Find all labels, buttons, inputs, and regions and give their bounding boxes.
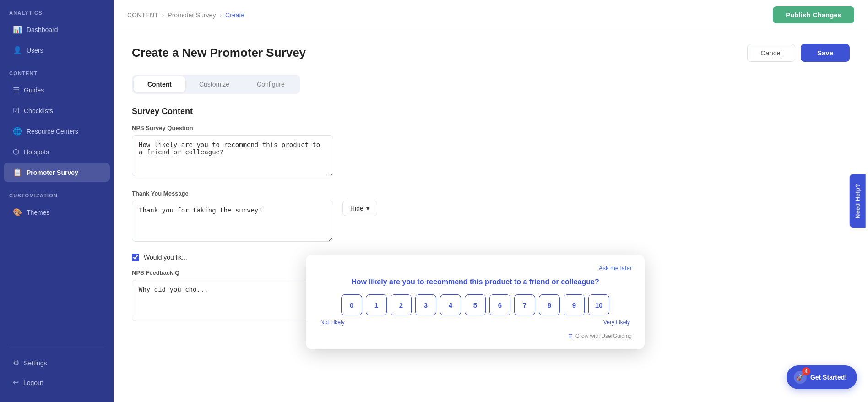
sidebar-item-label: Themes (27, 209, 50, 216)
sidebar-item-checklists[interactable]: ☑ Checklists (4, 101, 110, 120)
sidebar-item-hotspots[interactable]: ⬡ Hotspots (4, 142, 110, 161)
chevron-down-icon: ▾ (366, 205, 369, 212)
sidebar-divider (9, 348, 104, 348)
nps-question-input[interactable]: How likely are you to recommend this pro… (132, 135, 333, 176)
page-title-row: Create a New Promoter Survey Cancel Save (132, 44, 850, 62)
checklists-icon: ☑ (13, 106, 19, 115)
content-section-label: CONTENT (0, 60, 114, 80)
very-likely-label: Very Likely (603, 319, 630, 326)
nps-btn-0[interactable]: 0 (341, 294, 362, 315)
promoter-survey-icon: 📋 (13, 168, 22, 177)
nps-btn-3[interactable]: 3 (415, 294, 436, 315)
guides-icon: ☰ (13, 86, 19, 94)
sidebar: ANALYTICS 📊 Dashboard 👤 Users CONTENT ☰ … (0, 0, 114, 402)
dashboard-icon: 📊 (13, 25, 22, 34)
need-help-tab[interactable]: Need Help? (850, 174, 866, 228)
grow-with-label: Grow with UserGuiding (575, 333, 632, 339)
nps-btn-2[interactable]: 2 (391, 294, 412, 315)
nps-footer: ≡ Grow with UserGuiding (319, 332, 632, 340)
nps-labels-row: Not Likely Very Likely (319, 319, 632, 326)
nps-btn-10[interactable]: 10 (588, 294, 609, 315)
get-started-icon: 🚀 4 (794, 371, 807, 384)
publish-changes-button[interactable]: Publish Changes (773, 6, 854, 23)
nps-question-field: NPS Survey Question How likely are you t… (132, 125, 850, 178)
sidebar-item-label: Dashboard (27, 26, 58, 33)
get-started-button[interactable]: 🚀 4 Get Started! (787, 365, 857, 389)
sidebar-item-label: Users (27, 47, 43, 54)
nps-popup-question: How likely are you to recommend this pro… (319, 278, 632, 286)
hide-button[interactable]: Hide ▾ (342, 201, 377, 216)
nps-btn-4[interactable]: 4 (440, 294, 461, 315)
breadcrumb-promoter-survey: Promoter Survey (168, 11, 216, 19)
nps-btn-1[interactable]: 1 (366, 294, 387, 315)
breadcrumb-sep-1: › (162, 11, 164, 19)
tab-configure[interactable]: Configure (243, 76, 298, 92)
logout-icon: ↩ (13, 378, 19, 387)
sidebar-item-resource-centers[interactable]: 🌐 Resource Centers (4, 122, 110, 141)
page-body: Create a New Promoter Survey Cancel Save… (114, 30, 868, 402)
resource-centers-icon: 🌐 (13, 127, 22, 136)
themes-icon: 🎨 (13, 208, 22, 217)
sidebar-item-label: Checklists (24, 107, 53, 114)
analytics-section-label: ANALYTICS (0, 0, 114, 19)
header: CONTENT › Promoter Survey › Create Publi… (114, 0, 868, 30)
thank-you-message-field: Thank You Message Thank you for taking t… (132, 190, 850, 242)
sidebar-item-guides[interactable]: ☰ Guides (4, 81, 110, 99)
sidebar-item-label: Settings (24, 359, 47, 367)
thank-you-input[interactable]: Thank you for taking the survey! (132, 201, 333, 242)
thank-you-label: Thank You Message (132, 190, 850, 197)
tab-content[interactable]: Content (134, 76, 185, 92)
hotspots-icon: ⬡ (13, 147, 19, 156)
cancel-button[interactable]: Cancel (747, 44, 795, 62)
nps-btn-8[interactable]: 8 (539, 294, 560, 315)
sidebar-item-users[interactable]: 👤 Users (4, 41, 110, 60)
would-you-like-checkbox[interactable] (132, 254, 139, 261)
nps-btn-7[interactable]: 7 (514, 294, 535, 315)
breadcrumb-content: CONTENT (127, 11, 158, 19)
get-started-badge: 4 (802, 367, 810, 375)
action-buttons: Cancel Save (747, 44, 850, 62)
thank-you-row: Thank you for taking the survey! Hide ▾ (132, 201, 850, 242)
rocket-icon: 🚀 (796, 374, 804, 381)
customization-section-label: CUSTOMIZATION (0, 183, 114, 202)
breadcrumb: CONTENT › Promoter Survey › Create (127, 11, 244, 19)
tabs-row: Content Customize Configure (132, 75, 300, 94)
sidebar-item-label: Logout (23, 379, 43, 386)
sidebar-item-label: Hotspots (24, 148, 49, 156)
nps-btn-6[interactable]: 6 (489, 294, 510, 315)
hide-label: Hide (350, 205, 363, 212)
breadcrumb-sep-2: › (219, 11, 222, 19)
page-title: Create a New Promoter Survey (132, 46, 306, 60)
would-you-like-label: Would you lik... (144, 254, 187, 261)
nps-question-label: NPS Survey Question (132, 125, 850, 131)
sidebar-item-label: Resource Centers (27, 128, 78, 135)
breadcrumb-create: Create (225, 11, 244, 19)
userguiding-icon: ≡ (568, 332, 572, 340)
settings-icon: ⚙ (13, 359, 19, 367)
sidebar-item-promoter-survey[interactable]: 📋 Promoter Survey (4, 163, 110, 182)
sidebar-item-dashboard[interactable]: 📊 Dashboard (4, 20, 110, 39)
nps-btn-9[interactable]: 9 (564, 294, 585, 315)
not-likely-label: Not Likely (320, 319, 345, 326)
users-icon: 👤 (13, 46, 22, 54)
main-content: CONTENT › Promoter Survey › Create Publi… (114, 0, 868, 402)
nps-popup: Ask me later How likely are you to recom… (306, 255, 645, 349)
nps-numbers-row: 0 1 2 3 4 5 6 7 8 9 10 (319, 294, 632, 315)
nps-btn-5[interactable]: 5 (465, 294, 486, 315)
sidebar-item-themes[interactable]: 🎨 Themes (4, 203, 110, 222)
get-started-label: Get Started! (810, 374, 847, 381)
tab-customize[interactable]: Customize (185, 76, 243, 92)
sidebar-item-settings[interactable]: ⚙ Settings (4, 353, 110, 372)
survey-content-title: Survey Content (132, 107, 850, 116)
sidebar-item-logout[interactable]: ↩ Logout (4, 373, 110, 392)
sidebar-item-label: Guides (24, 87, 44, 94)
sidebar-item-label: Promoter Survey (27, 169, 78, 176)
nps-feedback-input[interactable]: Why did you cho... (132, 280, 333, 321)
ask-me-later[interactable]: Ask me later (319, 265, 632, 272)
save-button[interactable]: Save (801, 44, 850, 62)
